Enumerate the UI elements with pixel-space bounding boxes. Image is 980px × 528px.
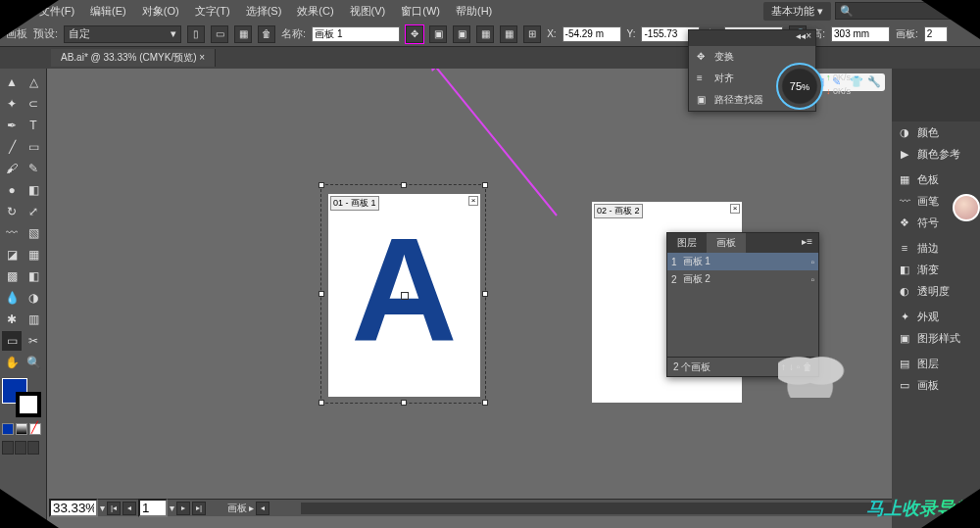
rotate-tool-icon[interactable]: ↻ [2, 202, 22, 221]
panel-layers-shortcut[interactable]: ▤图层 [892, 353, 980, 374]
none-mode-icon[interactable]: ╱ [29, 423, 41, 435]
menu-effect[interactable]: 效果(C) [291, 2, 339, 21]
type-tool-icon[interactable]: T [24, 116, 43, 135]
panel-swatches[interactable]: ▦色板 [892, 168, 980, 190]
speed-gauge[interactable]: 75% [776, 63, 823, 110]
menu-edit[interactable]: 编辑(E) [84, 2, 132, 21]
delete-artboard-icon[interactable]: 🗑 [258, 25, 275, 43]
scale-tool-icon[interactable]: ⤢ [24, 202, 43, 221]
panel-artboards-shortcut[interactable]: ▭画板 [892, 374, 980, 396]
orientation-portrait-icon[interactable]: ▯ [187, 25, 205, 43]
shape-builder-tool-icon[interactable]: ◪ [2, 245, 22, 264]
panel-transparency[interactable]: ◐透明度 [892, 280, 980, 302]
artboard-list-row-2[interactable]: 2 画板 2 ▫ [667, 270, 818, 288]
handle-bc[interactable] [401, 400, 407, 406]
menu-object[interactable]: 对象(O) [136, 2, 185, 21]
align-icon-1[interactable]: ▣ [429, 25, 447, 43]
workspace-switcher[interactable]: 基本功能 ▾ [763, 2, 831, 21]
panel-stroke[interactable]: ≡描边 [892, 237, 980, 259]
artboard-1-selection[interactable] [320, 184, 486, 404]
artboard-list-row-1[interactable]: 1 画板 1 ▫ [667, 253, 818, 270]
handle-tr[interactable] [482, 182, 488, 188]
fill-stroke-swatches[interactable] [2, 378, 41, 417]
eraser-tool-icon[interactable]: ◧ [24, 180, 43, 200]
menu-type[interactable]: 文字(T) [189, 2, 236, 21]
handle-tl[interactable] [318, 182, 324, 188]
tab-layers[interactable]: 图层 [667, 233, 707, 253]
new-artboard-icon[interactable]: ▦ [234, 25, 252, 43]
pencil-tool-icon[interactable]: ✎ [24, 159, 43, 178]
zoom-tool-icon[interactable]: 🔍 [24, 353, 43, 372]
ime-wrench-icon[interactable]: 🔧 [867, 75, 881, 89]
handle-mr[interactable] [482, 291, 488, 297]
menu-help[interactable]: 帮助(H) [450, 2, 498, 21]
align-icon-3[interactable]: ▦ [476, 25, 494, 43]
line-tool-icon[interactable]: ╱ [2, 137, 22, 157]
row-options-icon[interactable]: ▫ [810, 274, 814, 285]
panel-collapse-icon[interactable]: ◂◂ [796, 30, 806, 46]
first-artboard-icon[interactable]: |◂ [107, 502, 121, 515]
gradient-tool-icon[interactable]: ◧ [24, 266, 43, 286]
x-input[interactable] [563, 26, 621, 42]
rectangle-tool-icon[interactable]: ▭ [24, 137, 43, 157]
handle-ml[interactable] [318, 291, 324, 297]
last-artboard-icon[interactable]: ▸| [192, 502, 206, 515]
document-tab[interactable]: AB.ai* @ 33.33% (CMYK/预览) × [51, 49, 216, 67]
panel-gradient[interactable]: ◧渐变 [892, 259, 980, 280]
handle-bl[interactable] [318, 400, 324, 406]
artboard-tool-icon[interactable]: ▭ [2, 331, 22, 351]
scroll-left-icon[interactable]: ◂ [256, 502, 270, 515]
panel-appearance[interactable]: ✦外观 [892, 306, 980, 327]
screen-mode-1-icon[interactable] [2, 441, 14, 455]
pen-tool-icon[interactable]: ✒ [2, 116, 22, 135]
panel-menu-icon[interactable]: ▸≡ [796, 233, 818, 253]
width-tool-icon[interactable]: 〰 [2, 223, 22, 243]
ime-skin-icon[interactable]: 👕 [850, 75, 863, 89]
prev-artboard-icon[interactable]: ◂ [122, 502, 136, 515]
slice-tool-icon[interactable]: ✂ [24, 331, 43, 351]
height-input[interactable] [831, 26, 890, 42]
panel-color-guide[interactable]: ▶颜色参考 [892, 143, 980, 165]
orientation-landscape-icon[interactable]: ▭ [211, 25, 228, 43]
row-options-icon[interactable]: ▫ [810, 257, 814, 267]
blob-brush-tool-icon[interactable]: ● [2, 180, 22, 200]
preset-dropdown[interactable]: 自定▾ [64, 25, 181, 43]
eyedropper-tool-icon[interactable]: 💧 [2, 288, 22, 308]
magic-wand-tool-icon[interactable]: ✦ [2, 94, 22, 114]
panel-graphic-styles[interactable]: ▣图形样式 [892, 327, 980, 349]
move-with-artboard-icon[interactable]: ✥ [406, 25, 423, 43]
dock-header[interactable] [892, 69, 980, 121]
panel-close-icon[interactable]: × [806, 30, 811, 46]
gradient-mode-icon[interactable] [16, 423, 27, 435]
artboard-name-input[interactable] [312, 26, 400, 42]
menu-window[interactable]: 窗口(W) [395, 2, 446, 21]
symbol-sprayer-tool-icon[interactable]: ✱ [2, 310, 22, 329]
screen-mode-3-icon[interactable] [27, 441, 39, 455]
handle-br[interactable] [482, 400, 488, 406]
mesh-tool-icon[interactable]: ▩ [2, 266, 22, 286]
selection-tool-icon[interactable]: ▲ [2, 72, 22, 92]
screen-mode-2-icon[interactable] [15, 441, 26, 455]
tab-artboards[interactable]: 画板 [707, 233, 746, 253]
next-artboard-icon[interactable]: ▸ [176, 502, 190, 515]
blend-tool-icon[interactable]: ◑ [24, 288, 43, 308]
perspective-tool-icon[interactable]: ▦ [24, 245, 43, 264]
artboard-nav-input[interactable] [138, 499, 168, 517]
panel-color[interactable]: ◑颜色 [892, 121, 980, 143]
hand-tool-icon[interactable]: ✋ [2, 353, 22, 372]
paintbrush-tool-icon[interactable]: 🖌 [2, 159, 22, 178]
color-mode-icon[interactable] [2, 423, 14, 435]
menu-select[interactable]: 选择(S) [240, 2, 288, 21]
menu-view[interactable]: 视图(V) [344, 2, 392, 21]
free-transform-tool-icon[interactable]: ▧ [24, 223, 43, 243]
handle-tc[interactable] [401, 182, 407, 188]
lasso-tool-icon[interactable]: ⊂ [24, 94, 43, 114]
direct-selection-tool-icon[interactable]: △ [24, 72, 43, 92]
artboard-2-close-icon[interactable]: × [730, 204, 740, 214]
horizontal-scrollbar[interactable] [301, 503, 892, 514]
align-icon-2[interactable]: ▣ [453, 25, 470, 43]
stroke-color-swatch[interactable] [16, 392, 41, 417]
column-graph-tool-icon[interactable]: ▥ [24, 310, 43, 329]
reference-point-icon[interactable]: ⊞ [523, 25, 541, 43]
user-avatar[interactable] [953, 194, 980, 221]
